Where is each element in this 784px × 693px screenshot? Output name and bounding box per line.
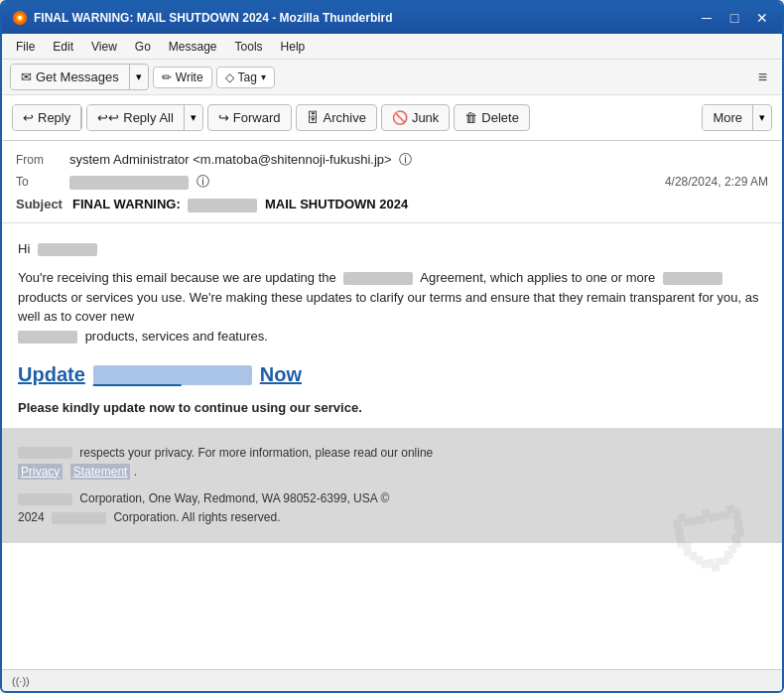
footer-corp-text: Corporation, One Way, Redmond, WA 98052-… (79, 491, 389, 505)
email-body: 🛡 Hi You're receiving this email because… (2, 223, 782, 669)
body-p1-start: You're receiving this email because we a… (18, 270, 336, 285)
write-label: Write (176, 70, 203, 84)
subject-row: Subject FINAL WARNING: MAIL SHUTDOWN 202… (16, 193, 768, 214)
more-dropdown[interactable]: ▾ (753, 106, 771, 129)
footer-privacy-start: respects your privacy. For more informat… (79, 446, 433, 460)
email-footer: respects your privacy. For more informat… (2, 428, 782, 544)
hamburger-menu-button[interactable]: ≡ (751, 66, 774, 89)
main-toolbar: ✉ Get Messages ▾ ✏ Write ◇ Tag ▾ ≡ (2, 60, 782, 95)
footer-rights: Corporation. All rights reserved. (113, 510, 280, 524)
subject-redacted (188, 199, 257, 212)
footer-company-redacted (18, 447, 72, 459)
from-value: system Administrator <m.matoba@shitennoj… (69, 151, 768, 169)
from-address: system Administrator <m.matoba@shitennoj… (69, 152, 392, 167)
company-redacted (18, 331, 77, 344)
privacy-link2[interactable]: Statement (70, 464, 131, 480)
menu-go[interactable]: Go (127, 38, 159, 56)
body-p1-mid: Agreement, which applies to one or more (420, 270, 655, 285)
agreement-redacted (343, 272, 413, 285)
archive-button[interactable]: 🗄 Archive (296, 104, 377, 131)
tag-icon: ◇ (225, 70, 234, 84)
to-row: To ⓘ 4/28/2024, 2:29 AM (16, 171, 768, 193)
more-button[interactable]: More (703, 105, 753, 130)
minimize-button[interactable]: ─ (697, 8, 717, 28)
email-header: From system Administrator <m.matoba@shit… (2, 141, 782, 223)
close-button[interactable]: ✕ (752, 8, 772, 28)
archive-label: Archive (324, 110, 366, 125)
app-window: FINAL WARNING: MAIL SHUTDOWN 2024 - Mozi… (0, 0, 784, 693)
update-text-end: Now (260, 363, 302, 386)
menu-message[interactable]: Message (161, 38, 225, 56)
radio-icon: ((·)) (12, 675, 30, 687)
to-info-icon: ⓘ (196, 174, 209, 189)
get-messages-group: ✉ Get Messages ▾ (10, 64, 149, 90)
status-bar: ((·)) (2, 669, 782, 691)
pencil-icon: ✏ (162, 70, 172, 84)
trash-icon: 🗑 (464, 110, 477, 125)
maximize-button[interactable]: □ (724, 8, 744, 28)
subject-label: Subject (16, 197, 63, 211)
to-label: To (16, 175, 64, 189)
greeting-text: Hi (18, 241, 30, 256)
body-p1-end: products or services you use. We're maki… (18, 290, 759, 325)
from-row: From system Administrator <m.matoba@shit… (16, 149, 768, 171)
to-value: ⓘ (69, 173, 659, 191)
reply-icon: ↩ (23, 110, 34, 125)
subject-text-start: FINAL WARNING: (72, 197, 181, 211)
junk-label: Junk (412, 110, 439, 125)
greeting-paragraph: Hi (18, 239, 766, 259)
product-redacted (663, 272, 722, 285)
junk-button[interactable]: 🚫 Junk (381, 104, 450, 131)
subject-text-end: MAIL SHUTDOWN 2024 (265, 197, 408, 211)
delete-button[interactable]: 🗑 Delete (454, 104, 530, 131)
privacy-link1[interactable]: Privacy (18, 464, 63, 480)
update-link[interactable]: Update Now (18, 363, 302, 386)
reply-all-label: Reply All (123, 110, 174, 125)
info-icon: ⓘ (399, 152, 412, 167)
reply-group: ↩ Reply (12, 104, 82, 131)
archive-icon: 🗄 (307, 110, 320, 125)
reply-label: Reply (38, 110, 70, 125)
menu-help[interactable]: Help (273, 38, 314, 56)
junk-icon: 🚫 (392, 110, 408, 125)
from-label: From (16, 153, 64, 167)
get-messages-dropdown[interactable]: ▾ (130, 66, 148, 88)
reply-all-icon: ↩↩ (97, 110, 119, 125)
write-button[interactable]: ✏ Write (153, 67, 212, 88)
menu-edit[interactable]: Edit (45, 38, 81, 56)
forward-icon: ↪ (218, 110, 229, 125)
menu-view[interactable]: View (83, 38, 125, 56)
footer-privacy-text: respects your privacy. For more informat… (18, 444, 766, 482)
update-text-start: Update (18, 363, 85, 386)
menu-tools[interactable]: Tools (227, 38, 271, 56)
subject-value: FINAL WARNING: MAIL SHUTDOWN 2024 (72, 197, 408, 212)
reply-all-group: ↩↩ Reply All ▾ (86, 104, 203, 131)
tag-button[interactable]: ◇ Tag ▾ (216, 67, 275, 88)
tag-label: Tag (238, 70, 257, 84)
reply-all-button[interactable]: ↩↩ Reply All (87, 105, 185, 130)
svg-point-2 (18, 16, 22, 20)
footer-period: . (134, 465, 137, 479)
action-bar: ↩ Reply ↩↩ Reply All ▾ ↪ Forward 🗄 Archi… (2, 95, 782, 141)
window-controls: ─ □ ✕ (697, 8, 772, 28)
update-link-redacted (93, 365, 252, 385)
footer-corp-redacted (18, 493, 72, 505)
name-redacted (38, 243, 97, 256)
footer-corporation: Corporation, One Way, Redmond, WA 98052-… (18, 489, 766, 527)
menu-file[interactable]: File (8, 38, 43, 56)
menu-bar: File Edit View Go Message Tools Help (2, 34, 782, 60)
reply-button[interactable]: ↩ Reply (13, 105, 81, 130)
window-title: FINAL WARNING: MAIL SHUTDOWN 2024 - Mozi… (34, 11, 687, 25)
more-label: More (713, 110, 742, 125)
get-messages-label: Get Messages (36, 69, 119, 84)
footer-year-redacted (52, 512, 106, 524)
footer-year: 2024 (18, 510, 45, 524)
reply-all-dropdown[interactable]: ▾ (185, 106, 202, 129)
body-p1-last: products, services and features. (85, 329, 268, 344)
email-date: 4/28/2024, 2:29 AM (665, 175, 768, 189)
to-address-redacted (69, 176, 189, 190)
forward-button[interactable]: ↪ Forward (207, 104, 292, 131)
urgent-message: Please kindly update now to continue usi… (18, 398, 766, 418)
app-icon (12, 10, 28, 26)
get-messages-button[interactable]: ✉ Get Messages (11, 65, 130, 89)
